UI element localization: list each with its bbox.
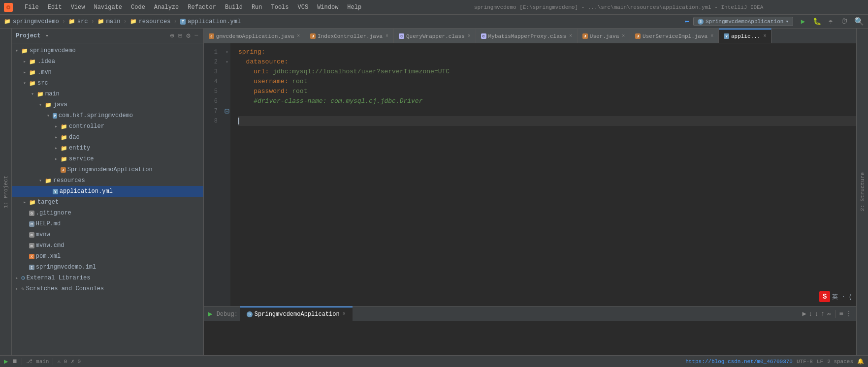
status-stop-btn[interactable]: ⏹	[12, 358, 18, 365]
tree-service[interactable]: 📁 service	[12, 153, 203, 164]
project-panel-label[interactable]: 1: Project	[0, 29, 12, 355]
status-errors-btn[interactable]: ✗ 0	[71, 358, 81, 365]
run-config-selector[interactable]: S SpringmvcdemoApplication ▾	[693, 17, 793, 26]
breadcrumb-main[interactable]: 📁 main	[97, 18, 121, 25]
tab-userserviceimpl[interactable]: J UserServiceImpl.java ×	[630, 29, 719, 43]
tab-user[interactable]: J User.java ×	[578, 29, 630, 43]
tab-close-user[interactable]: ×	[622, 33, 625, 39]
menu-run[interactable]: Run	[248, 3, 266, 12]
coverage-button[interactable]: ☂	[825, 16, 836, 28]
pin-btn[interactable]: −	[193, 31, 199, 41]
tree-com[interactable]: P com.hkf.springmvcdemo	[12, 110, 203, 121]
fold-mark-1[interactable]: ▾	[224, 47, 230, 57]
tree-application-yml-label: application.yml	[60, 188, 113, 195]
tree-mvn[interactable]: 📁 .mvn	[12, 67, 203, 78]
tree-idea[interactable]: 📁 .idea	[12, 56, 203, 67]
tab-indexcontroller[interactable]: J IndexController.java ×	[305, 29, 394, 43]
tab-mybatismapper[interactable]: C MybatisMapperProxy.class ×	[476, 29, 578, 43]
menu-file[interactable]: File	[21, 3, 43, 12]
tree-src[interactable]: 📁 src	[12, 78, 203, 89]
status-warnings-btn[interactable]: ⚠ 0	[57, 358, 67, 365]
tree-scratches[interactable]: ✎ Scratches and Consoles	[12, 283, 203, 294]
tree-gitignore[interactable]: G .gitignore	[12, 208, 203, 218]
tree-dao[interactable]: 📁 dao	[12, 132, 203, 143]
tab-close-mybatismapper[interactable]: ×	[569, 33, 572, 39]
tree-springmvcdemo-app[interactable]: J SpringmvcdemoApplication	[12, 164, 203, 175]
status-url[interactable]: https://blog.csdn.net/m0_46700370	[685, 359, 793, 365]
status-line-sep[interactable]: LF	[817, 359, 823, 365]
tab-close-applicationyml[interactable]: ×	[763, 33, 766, 39]
entity-folder-icon: 📁	[61, 145, 67, 152]
tree-mvnw[interactable]: m mvnw	[12, 229, 203, 240]
tree-java[interactable]: 📁 java	[12, 99, 203, 110]
status-run-btn[interactable]: ▶	[4, 357, 8, 366]
tree-entity[interactable]: 📁 entity	[12, 143, 203, 153]
tree-resources[interactable]: 📁 resources	[12, 175, 203, 186]
collapse-all-btn[interactable]: ⊟	[177, 31, 183, 41]
tree-pom[interactable]: X pom.xml	[12, 251, 203, 262]
menu-navigate[interactable]: Navigate	[90, 3, 126, 12]
settings-debug-btn[interactable]: ⋮	[845, 309, 852, 318]
tree-arrow-main	[30, 91, 35, 97]
tree-ext-libs[interactable]: ⚙ External Libraries	[12, 273, 203, 283]
tree-main[interactable]: 📁 main	[12, 89, 203, 99]
tab-close-userserviceimpl[interactable]: ×	[710, 33, 713, 39]
tab-application-yml[interactable]: Y applic... ×	[719, 29, 772, 43]
status-git-btn[interactable]: ⎇ main	[26, 358, 49, 365]
menu-build[interactable]: Build	[221, 3, 247, 12]
tree-application-yml[interactable]: Y application.yml	[12, 186, 203, 197]
tree-controller[interactable]: 📁 controller	[12, 121, 203, 132]
debug-button[interactable]: 🐛	[811, 16, 823, 28]
status-indent[interactable]: 2 spaces	[827, 359, 853, 365]
menu-view[interactable]: View	[67, 3, 89, 12]
debug-session-close[interactable]: ×	[343, 311, 346, 317]
tab-close-querywrapper[interactable]: ×	[468, 33, 471, 39]
tree-target[interactable]: 📁 target	[12, 197, 203, 208]
tab-gmvcdemo[interactable]: J gmvcdemoApplication.java ×	[204, 29, 305, 43]
breadcrumb-project[interactable]: 📁 springmvcdemo	[4, 18, 59, 25]
run-button[interactable]: ▶	[797, 16, 809, 28]
code-line-1: spring:	[238, 47, 856, 57]
step-over-btn[interactable]: ↓	[808, 310, 812, 318]
run-to-cursor-btn[interactable]: ↛	[827, 309, 831, 318]
breadcrumb-resources[interactable]: 📁 resources	[130, 18, 171, 25]
status-encoding[interactable]: UTF-8	[797, 359, 813, 365]
evaluate-btn[interactable]: ≡	[839, 310, 843, 318]
menu-refactor[interactable]: Refactor	[184, 3, 220, 12]
menu-analyze[interactable]: Analyze	[150, 3, 183, 12]
menu-tools[interactable]: Tools	[267, 3, 293, 12]
code-editor-pane[interactable]: 1 2 3 4 5 6 7 8 ▾ ▾	[204, 43, 856, 306]
resume-btn[interactable]: ▶	[803, 309, 806, 318]
search-everywhere-btn[interactable]: 🔍	[854, 17, 864, 27]
tree-mvnw-cmd[interactable]: m mvnw.cmd	[12, 240, 203, 251]
locate-file-btn[interactable]: ⊕	[169, 31, 175, 41]
menu-help[interactable]: Help	[343, 3, 365, 12]
tree-helpmd[interactable]: M HELP.md	[12, 218, 203, 229]
bottom-tab-debugger[interactable]: S SpringmvcdemoApplication ×	[240, 306, 353, 321]
code-content[interactable]: spring: datasource: url: jdbc:mysql://lo…	[230, 43, 856, 306]
nav-back-btn[interactable]: ⬅	[684, 17, 689, 27]
tab-close-gmvcdemo[interactable]: ×	[297, 33, 300, 39]
status-bar: ▶ ⏹ ⎇ main ⚠ 0 ✗ 0 https://blog.csdn.net…	[0, 355, 868, 367]
sidebar-dropdown-arrow[interactable]: ▾	[45, 33, 48, 39]
step-into-btn[interactable]: ↓	[814, 310, 818, 318]
menu-edit[interactable]: Edit	[44, 3, 66, 12]
breadcrumb-src[interactable]: 📁 src	[68, 18, 88, 25]
code-indent-2	[238, 57, 246, 67]
tree-iml[interactable]: I springmvcdemo.iml	[12, 262, 203, 273]
menu-code[interactable]: Code	[127, 3, 149, 12]
tree-root-springmvcdemo[interactable]: 📁 springmvcdemo	[12, 45, 203, 56]
settings-btn[interactable]: ⚙	[185, 31, 191, 41]
breadcrumb-file[interactable]: Y application.yml	[180, 18, 241, 25]
step-out-btn[interactable]: ↑	[821, 310, 825, 318]
status-notifications[interactable]: 🔔	[857, 358, 864, 365]
menu-vcs[interactable]: VCS	[294, 3, 313, 12]
tab-querywrapper[interactable]: C QueryWrapper.class ×	[394, 29, 476, 43]
structure-panel-label[interactable]: 2: Structure	[856, 29, 868, 355]
menu-window[interactable]: Window	[313, 3, 342, 12]
fold-mark-2[interactable]: ▾	[224, 57, 230, 67]
profile-button[interactable]: ⏱	[838, 16, 850, 28]
tab-label-mybatismapper: MybatisMapperProxy.class	[488, 33, 566, 39]
tree-arrow-mvn	[22, 69, 28, 75]
tab-close-indexcontroller[interactable]: ×	[386, 33, 388, 39]
